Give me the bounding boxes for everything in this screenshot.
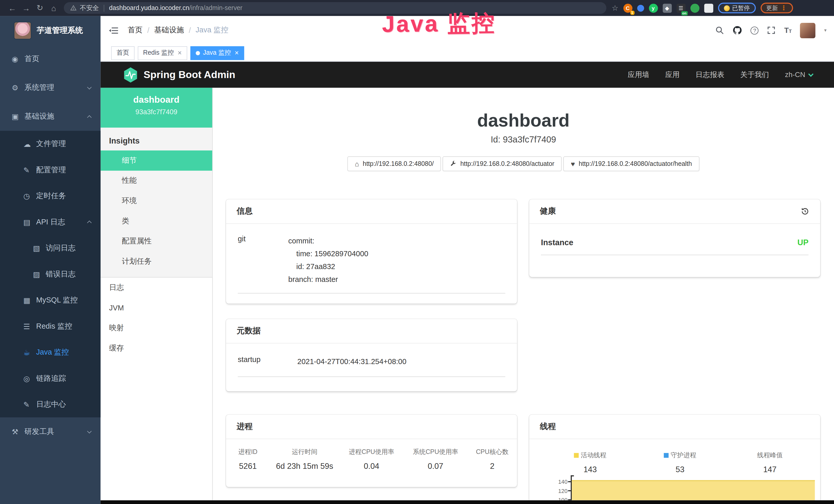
sba-nav-about[interactable]: 关于我们: [740, 70, 769, 79]
insights-label: Insights: [101, 133, 212, 151]
sba-item-scheduled-tasks[interactable]: 计划任务: [101, 251, 212, 272]
sidebar-item-mysql-monitor[interactable]: ▦ MySQL 监控: [0, 287, 101, 313]
instance-links: ⌂ http://192.168.0.2:48080/ http://192.1…: [213, 156, 834, 171]
sidebar-item-scheduled-jobs[interactable]: ◷ 定时任务: [0, 183, 101, 209]
extension-icon-y[interactable]: y: [649, 3, 658, 12]
home-icon: ⌂: [355, 160, 359, 167]
extensions-puzzle-icon[interactable]: [704, 3, 713, 12]
extension-icon-dark[interactable]: ☰on: [676, 3, 685, 12]
avatar[interactable]: [800, 23, 815, 38]
sba-language-select[interactable]: zh-CN: [785, 71, 813, 78]
stat-pid: 进程ID 5261: [226, 448, 270, 471]
sba-item-environment[interactable]: 环境: [101, 191, 212, 211]
threads-card: 线程 活动线程 143 守护进程 53 线程峰值 147 140 120: [529, 415, 820, 500]
sidebar-item-dev-tools[interactable]: ⚒ 研发工具: [0, 417, 101, 446]
omnibox-divider: [104, 5, 104, 12]
stat-uptime: 运行时间 6d 23h 15m 59s: [270, 448, 339, 471]
y-tick-mark: [568, 499, 571, 500]
close-icon[interactable]: ×: [235, 49, 239, 56]
legend-blue-swatch: [664, 453, 668, 458]
chevron-down-icon: [808, 71, 813, 76]
sidebar-item-file-mgmt[interactable]: ☁ 文件管理: [0, 131, 101, 157]
header-actions: ? TT ▾: [716, 23, 827, 38]
sidebar-item-api-logs[interactable]: ▤ API 日志: [0, 209, 101, 235]
instance-header[interactable]: dashboard 93a3fc7f7409: [101, 88, 212, 128]
sba-item-details[interactable]: 细节: [101, 151, 212, 171]
forward-icon[interactable]: →: [19, 3, 33, 12]
browser-update-button[interactable]: 更新 ⋮: [760, 3, 793, 13]
back-icon[interactable]: ←: [5, 3, 19, 12]
home-icon[interactable]: ⌂: [47, 3, 61, 12]
sba-logo[interactable]: Spring Boot Admin: [123, 67, 235, 83]
sidebar-item-java-monitor[interactable]: ☕ Java 监控: [0, 339, 101, 365]
sidebar-item-home[interactable]: ◉ 首页: [0, 45, 101, 73]
app-logo-row[interactable]: 芋道管理系统: [0, 16, 101, 45]
help-icon[interactable]: ?: [751, 26, 759, 35]
breadcrumb-home[interactable]: 首页: [128, 25, 142, 35]
github-icon[interactable]: [732, 25, 742, 35]
sidebar-item-infra[interactable]: ▣ 基础设施: [0, 102, 101, 131]
actuator-url-button[interactable]: http://192.168.0.2:48080/actuator: [443, 156, 562, 171]
close-icon[interactable]: ×: [178, 49, 182, 56]
search-icon[interactable]: [716, 26, 724, 35]
sba-nav-journal[interactable]: 日志报表: [696, 70, 724, 79]
sidebar-item-redis-monitor[interactable]: ☰ Redis 监控: [0, 313, 101, 339]
info-git-row: git commit: time: 1596289704000 id: 27aa…: [238, 234, 505, 294]
sidebar-item-log-center[interactable]: ✎ 日志中心: [0, 391, 101, 417]
service-url-button[interactable]: ⌂ http://192.168.0.2:48080/: [348, 156, 441, 171]
history-icon[interactable]: [800, 207, 810, 216]
address-bar[interactable]: 不安全 dashboard.yudao.iocoder.cn/infra/adm…: [64, 2, 606, 14]
avatar-caret-icon[interactable]: ▾: [824, 28, 827, 33]
java-cup-icon: ☕: [23, 348, 36, 357]
paused-badge[interactable]: 已暂停: [718, 3, 756, 13]
metadata-card-header: 元数据: [226, 319, 517, 343]
extension-icon-pin[interactable]: [637, 5, 644, 12]
info-key: git: [238, 234, 288, 285]
window-bottom-edge: [101, 500, 834, 504]
sba-main: dashboard Id: 93a3fc7f7409 ⌂ http://192.…: [213, 88, 834, 500]
sba-item-jvm[interactable]: JVM: [101, 298, 212, 318]
extension-icon-green[interactable]: [690, 3, 699, 12]
sba-item-metrics[interactable]: 性能: [101, 171, 212, 191]
extension-icon-orange[interactable]: C1: [623, 3, 632, 12]
sba-nav-wallboard[interactable]: 应用墙: [628, 70, 649, 79]
breadcrumb-separator: /: [189, 26, 191, 35]
sidebar-item-error-logs[interactable]: ▨ 错误日志: [0, 261, 101, 287]
health-url-button[interactable]: ♥ http://192.168.0.2:48080/actuator/heal…: [564, 156, 699, 171]
font-size-icon[interactable]: TT: [784, 26, 792, 35]
security-label: 不安全: [80, 3, 99, 12]
bookmark-star-icon[interactable]: ☆: [612, 4, 618, 12]
sba-item-classes[interactable]: 类: [101, 211, 212, 231]
tab-redis-monitor[interactable]: Redis 监控 ×: [138, 46, 187, 60]
reload-icon[interactable]: ↻: [33, 3, 47, 13]
browser-menu-icon[interactable]: ⋮: [781, 4, 787, 12]
sba-item-config-props[interactable]: 配置属性: [101, 231, 212, 252]
sba-brand-title: Spring Boot Admin: [144, 69, 235, 81]
y-tick: 140: [546, 479, 568, 484]
sba-item-mappings[interactable]: 映射: [101, 318, 212, 338]
sidebar-item-config-mgmt[interactable]: ✎ 配置管理: [0, 157, 101, 183]
health-instance-row[interactable]: Instance UP: [541, 238, 809, 255]
info-card-header: 信息: [226, 200, 517, 224]
sba-nav: 应用墙 应用 日志报表 关于我们 zh-CN: [628, 70, 813, 79]
sidebar-toggle-icon[interactable]: [109, 26, 118, 35]
status-badge: UP: [797, 238, 808, 247]
y-tick: 100: [546, 497, 568, 500]
sidebar-item-access-logs[interactable]: ▧ 访问日志: [0, 235, 101, 261]
sidebar-item-tracing[interactable]: ◎ 链路追踪: [0, 365, 101, 391]
tab-home[interactable]: 首页: [111, 46, 135, 60]
tab-java-monitor[interactable]: Java 监控 ×: [190, 46, 244, 60]
app-logo: [14, 22, 31, 39]
stat-system-cpu: 系统CPU使用率 0.07: [403, 448, 467, 471]
sba-item-logs[interactable]: 日志: [101, 278, 212, 298]
sba-nav-applications[interactable]: 应用: [665, 70, 680, 79]
edit-icon: ✎: [23, 166, 36, 174]
sba-item-caches[interactable]: 缓存: [101, 338, 212, 359]
breadcrumb-infra[interactable]: 基础设施: [154, 25, 184, 35]
extension-icon-grid[interactable]: ◆: [662, 3, 672, 12]
sidebar-item-system[interactable]: ⚙ 系统管理: [0, 73, 101, 102]
fullscreen-icon[interactable]: [767, 26, 776, 35]
screen: ← → ↻ ⌂ 不安全 dashboard.yudao.iocoder.cn/i…: [0, 0, 834, 504]
app-menu: ◉ 首页 ⚙ 系统管理 ▣ 基础设施 ☁ 文件管理 ✎ 配置管理: [0, 45, 101, 446]
stat-process-cpu: 进程CPU使用率 0.04: [339, 448, 403, 471]
